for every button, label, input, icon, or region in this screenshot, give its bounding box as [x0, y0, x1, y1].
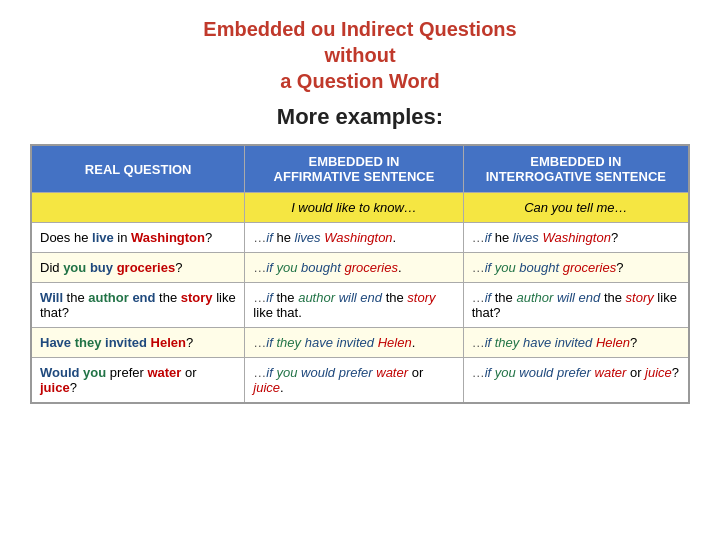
col-header-real: REAL QUESTION [31, 145, 245, 193]
table-row: Does he live in Washington? …if he lives… [31, 223, 689, 253]
yellow-intro-row: I would like to know… Can you tell me… [31, 193, 689, 223]
interrogative-cell: …if the author will end the story like t… [463, 283, 689, 328]
table-row: Will the author end the story like that?… [31, 283, 689, 328]
real-question-cell: Will the author end the story like that? [31, 283, 245, 328]
table-row: Would you prefer water or juice? …if you… [31, 358, 689, 404]
real-question-cell: Have they invited Helen? [31, 328, 245, 358]
yellow-cell-2: I would like to know… [245, 193, 463, 223]
interrogative-cell: …if you would prefer water or juice? [463, 358, 689, 404]
col-header-interrogative: EMBEDDED ININTERROGATIVE SENTENCE [463, 145, 689, 193]
yellow-cell-1 [31, 193, 245, 223]
real-question-cell: Would you prefer water or juice? [31, 358, 245, 404]
interrogative-cell: …if they have invited Helen? [463, 328, 689, 358]
affirmative-cell: …if the author will end the story like t… [245, 283, 463, 328]
affirmative-cell: …if you bought groceries. [245, 253, 463, 283]
real-question-cell: Does he live in Washington? [31, 223, 245, 253]
interrogative-cell: …if he lives Washington? [463, 223, 689, 253]
subtitle: More examples: [277, 104, 443, 130]
title-line1: Embedded ou Indirect Questions [203, 18, 516, 40]
title-line2: without [324, 44, 395, 66]
col-header-affirmative: EMBEDDED INAFFIRMATIVE SENTENCE [245, 145, 463, 193]
table-row: Did you buy groceries? …if you bought gr… [31, 253, 689, 283]
main-title: Embedded ou Indirect Questions without a… [203, 16, 516, 94]
page: Embedded ou Indirect Questions without a… [0, 0, 720, 540]
yellow-cell-3: Can you tell me… [463, 193, 689, 223]
affirmative-cell: …if they have invited Helen. [245, 328, 463, 358]
real-question-cell: Did you buy groceries? [31, 253, 245, 283]
title-line3: a Question Word [280, 70, 440, 92]
interrogative-cell: …if you bought groceries? [463, 253, 689, 283]
examples-table: REAL QUESTION EMBEDDED INAFFIRMATIVE SEN… [30, 144, 690, 404]
header-row: REAL QUESTION EMBEDDED INAFFIRMATIVE SEN… [31, 145, 689, 193]
affirmative-cell: …if you would prefer water or juice. [245, 358, 463, 404]
real-q-text: Does he live in Washington? [40, 230, 212, 245]
affirmative-cell: …if he lives Washington. [245, 223, 463, 253]
table-row: Have they invited Helen? …if they have i… [31, 328, 689, 358]
